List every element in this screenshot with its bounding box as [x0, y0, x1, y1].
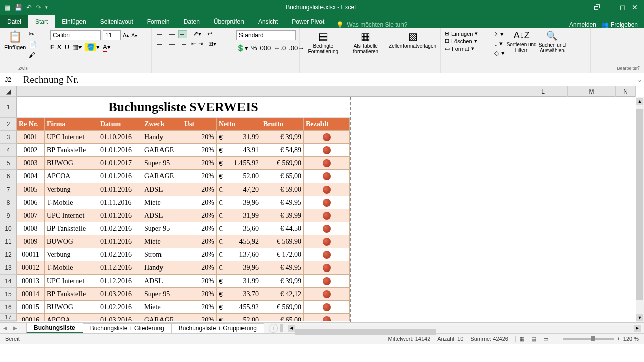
row-header[interactable]: 12 [0, 248, 17, 261]
table-cell[interactable]: 0007 [17, 209, 45, 222]
table-header[interactable]: Brutto [261, 118, 304, 131]
row-header[interactable]: 1 [0, 97, 17, 118]
fill-color-button[interactable]: 🪣▾ [85, 43, 100, 51]
align-center[interactable] [167, 40, 176, 48]
table-cell[interactable]: 01.12.2016 [98, 275, 142, 288]
row-header[interactable]: 10 [0, 222, 17, 235]
row-header[interactable]: 16 [0, 301, 17, 314]
tab-review[interactable]: Überprüfen [207, 15, 251, 28]
underline-button[interactable]: U [65, 43, 69, 51]
table-cell[interactable]: Super 95 [142, 157, 182, 170]
align-left[interactable] [156, 40, 165, 48]
align-middle[interactable] [167, 30, 176, 38]
hscroll-thumb[interactable] [295, 329, 436, 335]
row-header[interactable]: 5 [0, 157, 17, 170]
clear-button[interactable]: ◇ ▾ [494, 49, 505, 57]
tab-home[interactable]: Start [28, 15, 55, 28]
table-cell[interactable] [304, 261, 350, 275]
table-header[interactable]: Bezahlt [304, 118, 350, 131]
row-header[interactable]: 17 [0, 314, 17, 321]
table-cell[interactable]: € 569,90 [261, 157, 304, 170]
accounting-format[interactable]: 💲▾ [236, 44, 248, 52]
table-cell[interactable] [304, 196, 350, 209]
row-header[interactable]: 4 [0, 144, 17, 157]
table-cell[interactable]: € 42,12 [261, 288, 304, 301]
table-cell[interactable]: UPC Internet [45, 131, 98, 144]
wrap-text[interactable]: ↩ [207, 30, 212, 38]
table-cell[interactable]: 01.03.2016 [98, 288, 142, 301]
formula-bar[interactable]: Rechnung Nr. [16, 74, 635, 85]
view-page-layout[interactable]: ▤ [528, 336, 540, 342]
table-cell[interactable]: 0009 [17, 235, 45, 248]
table-cell[interactable]: 0003 [17, 157, 45, 170]
table-cell[interactable]: 01.03.2016 [98, 314, 142, 327]
table-cell[interactable]: 01.01.2016 [98, 209, 142, 222]
col-header-N[interactable]: N [616, 86, 636, 97]
increase-font[interactable]: A▴ [123, 32, 129, 39]
copy-button[interactable]: 📄 [29, 41, 37, 48]
scroll-thumb[interactable] [636, 109, 643, 300]
row-header[interactable]: 8 [0, 196, 17, 209]
row-header[interactable]: 9 [0, 209, 17, 222]
format-cells[interactable]: ▭Format ▾ [445, 45, 486, 52]
table-cell[interactable]: 0002 [17, 144, 45, 157]
table-cell[interactable]: Super 95 [142, 288, 182, 301]
italic-button[interactable]: K [57, 43, 62, 51]
format-painter[interactable]: 🖌 [29, 51, 37, 59]
row-header[interactable]: 14 [0, 275, 17, 288]
table-cell[interactable]: Super 95 [142, 222, 182, 235]
table-cell[interactable]: 01.01.2016 [98, 183, 142, 196]
table-cell[interactable] [304, 235, 350, 248]
table-cell[interactable]: € 31,99 [217, 131, 261, 144]
table-cell[interactable]: 01.12.2016 [98, 261, 142, 275]
table-cell[interactable]: 20% [182, 275, 217, 288]
increase-decimal[interactable]: ←.0 [274, 44, 286, 52]
table-cell[interactable] [304, 301, 350, 314]
table-cell[interactable]: 20% [182, 314, 217, 327]
tab-file[interactable]: Datei [0, 15, 28, 28]
align-right[interactable] [178, 40, 187, 48]
tab-pagelayout[interactable]: Seitenlayout [93, 15, 140, 28]
table-cell[interactable]: € 54,89 [261, 144, 304, 157]
percent-format[interactable]: % [251, 44, 257, 52]
expand-formula-bar[interactable]: ⌄ [635, 73, 644, 86]
table-cell[interactable]: 0001 [17, 131, 45, 144]
table-cell[interactable]: 0004 [17, 170, 45, 183]
row-header[interactable]: 11 [0, 235, 17, 248]
signin-link[interactable]: Anmelden [569, 21, 596, 28]
table-cell[interactable]: ADSL [142, 275, 182, 288]
table-cell[interactable]: 20% [182, 183, 217, 196]
table-cell[interactable]: 01.02.2016 [98, 301, 142, 314]
table-cell[interactable]: € 49,95 [261, 196, 304, 209]
collapse-ribbon[interactable]: ⌃ [637, 65, 641, 71]
font-size-select[interactable] [103, 30, 121, 40]
table-header[interactable]: Re Nr. [17, 118, 45, 131]
decrease-font[interactable]: A▾ [131, 33, 137, 38]
table-cell[interactable]: € 44,50 [261, 222, 304, 235]
orientation-button[interactable]: ⇗▾ [193, 30, 201, 38]
table-cell[interactable] [304, 170, 350, 183]
table-cell[interactable] [304, 222, 350, 235]
row-header[interactable]: 7 [0, 183, 17, 196]
table-cell[interactable]: € 31,99 [217, 209, 261, 222]
decrease-indent[interactable]: ⇤ [191, 40, 196, 48]
table-cell[interactable]: 00014 [17, 288, 45, 301]
view-normal[interactable]: ▦ [516, 336, 528, 342]
sort-filter[interactable]: A↓ZSortieren undFiltern [507, 30, 537, 72]
table-cell[interactable]: 20% [182, 235, 217, 248]
table-cell[interactable]: € 569,90 [261, 235, 304, 248]
table-cell[interactable]: € 39,99 [261, 275, 304, 288]
table-cell[interactable]: € 43,91 [217, 144, 261, 157]
table-cell[interactable]: € 39,99 [261, 209, 304, 222]
qat-save[interactable]: 💾 [14, 4, 22, 11]
table-cell[interactable]: € 33,70 [217, 288, 261, 301]
table-cell[interactable]: € 47,20 [217, 183, 261, 196]
align-bottom[interactable] [178, 30, 187, 38]
table-cell[interactable]: Strom [142, 248, 182, 261]
border-button[interactable]: ▦▾ [72, 43, 82, 51]
table-cell[interactable]: 20% [182, 131, 217, 144]
table-cell[interactable]: ADSL [142, 209, 182, 222]
table-cell[interactable]: 20% [182, 301, 217, 314]
table-cell[interactable]: 01.02.2016 [98, 222, 142, 235]
table-cell[interactable]: GARAGE [142, 170, 182, 183]
